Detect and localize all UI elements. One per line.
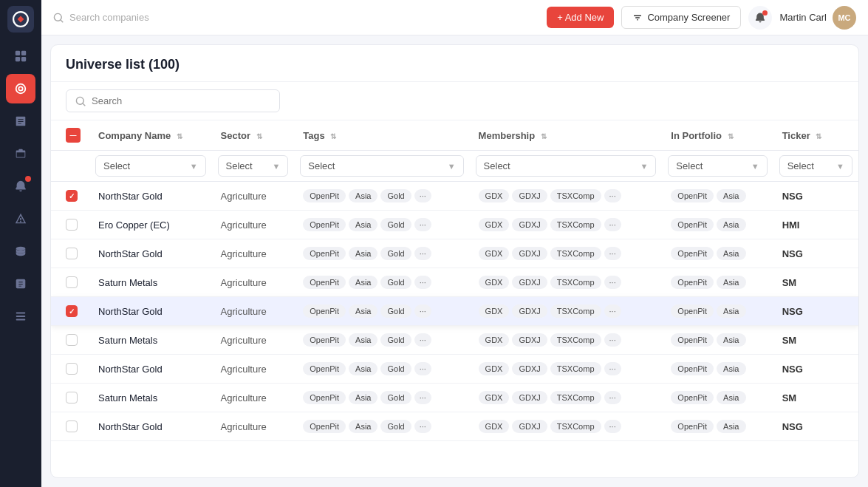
membership-more-button[interactable]: ··· — [604, 218, 621, 231]
company-name-sort-icon[interactable]: ⇅ — [177, 132, 182, 140]
tag-more-button[interactable]: ··· — [414, 247, 431, 260]
sidebar-item-reports[interactable] — [6, 269, 35, 299]
row-membership: GDXGDXJTSXComp··· — [470, 268, 663, 297]
portfolio-tag: OpenPit — [671, 276, 714, 289]
filter-membership-select[interactable]: Select ▼ — [476, 155, 657, 177]
table-row: Ero Copper (EC)AgricultureOpenPitAsiaGol… — [51, 211, 858, 239]
sidebar-item-portfolio[interactable] — [6, 139, 35, 168]
row-sector: Agriculture — [212, 412, 295, 441]
tag-more-button[interactable]: ··· — [414, 391, 431, 404]
membership-tag: TSXComp — [550, 304, 601, 318]
sidebar-item-universe[interactable] — [6, 74, 35, 103]
search-input[interactable] — [92, 95, 270, 106]
search-icon — [53, 13, 64, 23]
tag-more-button[interactable]: ··· — [414, 218, 431, 231]
membership-tag: GDXJ — [512, 276, 547, 289]
sector-sort-icon[interactable]: ⇅ — [256, 132, 262, 140]
tag-item: Gold — [380, 333, 411, 347]
tag-item: Gold — [380, 189, 411, 202]
portfolio-tag: OpenPit — [671, 218, 714, 231]
row-tags: OpenPitAsiaGold··· — [294, 211, 469, 239]
tag-more-button[interactable]: ··· — [414, 304, 431, 318]
row-checkbox[interactable] — [66, 248, 78, 259]
svg-rect-4 — [21, 57, 26, 61]
membership-more-button[interactable]: ··· — [604, 276, 621, 289]
row-membership: GDXGDXJTSXComp··· — [470, 297, 663, 326]
portfolio-sort-icon[interactable]: ⇅ — [728, 132, 734, 140]
membership-more-button[interactable]: ··· — [604, 391, 621, 404]
membership-more-button[interactable]: ··· — [604, 247, 621, 260]
filter-ticker-select[interactable]: Select ▼ — [779, 155, 852, 177]
tag-item: Asia — [349, 276, 377, 289]
row-portfolio: OpenPitAsia — [662, 268, 773, 297]
tags-sort-icon[interactable]: ⇅ — [330, 132, 336, 140]
membership-tag: GDXJ — [512, 333, 547, 347]
row-ticker: NSG — [773, 355, 858, 384]
membership-more-button[interactable]: ··· — [604, 189, 621, 202]
membership-more-button[interactable]: ··· — [604, 362, 621, 375]
membership-sort-icon[interactable]: ⇅ — [541, 132, 547, 140]
table-row: NorthStar GoldAgricultureOpenPitAsiaGold… — [51, 297, 858, 326]
company-screener-button[interactable]: Company Screener — [621, 6, 741, 29]
membership-tag: GDXJ — [512, 218, 547, 231]
row-sector: Agriculture — [212, 297, 295, 326]
row-checkbox-cell — [51, 239, 89, 268]
sidebar-item-settings[interactable] — [6, 302, 35, 331]
chevron-down-icon: ▼ — [836, 162, 844, 171]
filter-sector-select[interactable]: Select ▼ — [218, 155, 289, 177]
tag-more-button[interactable]: ··· — [414, 189, 431, 202]
filter-cell-checkbox — [51, 151, 89, 182]
tag-more-button[interactable]: ··· — [414, 333, 431, 347]
tag-item: Asia — [349, 391, 377, 404]
membership-more-button[interactable]: ··· — [604, 333, 621, 347]
filter-company-select[interactable]: Select ▼ — [95, 155, 206, 177]
filter-cell-tags: Select ▼ — [294, 151, 469, 182]
membership-tag: GDX — [479, 218, 510, 231]
app-logo[interactable] — [7, 6, 34, 33]
tag-more-button[interactable]: ··· — [414, 276, 431, 289]
row-checkbox[interactable] — [66, 334, 78, 346]
row-checkbox[interactable] — [66, 363, 78, 375]
row-tags: OpenPitAsiaGold··· — [294, 326, 469, 355]
row-sector: Agriculture — [212, 182, 295, 211]
membership-tag: TSXComp — [550, 362, 601, 375]
tag-item: Asia — [349, 218, 377, 231]
row-checkbox[interactable] — [66, 420, 78, 432]
sidebar-item-research[interactable] — [6, 106, 35, 136]
sidebar-item-dashboard[interactable] — [6, 41, 35, 71]
membership-more-button[interactable]: ··· — [604, 420, 621, 433]
membership-more-button[interactable]: ··· — [604, 304, 621, 318]
row-membership: GDXGDXJTSXComp··· — [470, 355, 663, 384]
sidebar-item-data[interactable] — [6, 236, 35, 266]
table-row: NorthStar GoldAgricultureOpenPitAsiaGold… — [51, 182, 858, 211]
row-checkbox[interactable] — [66, 305, 78, 317]
row-company-name: NorthStar Gold — [89, 355, 212, 384]
sidebar-item-warning[interactable] — [6, 204, 35, 234]
filter-tags-select[interactable]: Select ▼ — [300, 155, 463, 177]
membership-tag: GDX — [479, 304, 510, 318]
ticker-sort-icon[interactable]: ⇅ — [816, 132, 821, 140]
row-tags: OpenPitAsiaGold··· — [294, 355, 469, 384]
user-menu-button[interactable]: Martin Carl MC — [779, 6, 856, 30]
row-checkbox-cell — [51, 297, 89, 326]
membership-tag: GDX — [479, 276, 510, 289]
filter-portfolio-select[interactable]: Select ▼ — [668, 155, 767, 177]
sidebar-item-alerts[interactable] — [6, 171, 35, 201]
tag-more-button[interactable]: ··· — [414, 420, 431, 433]
row-checkbox[interactable] — [66, 219, 78, 231]
notification-bell-button[interactable] — [748, 6, 772, 30]
row-sector: Agriculture — [212, 239, 295, 268]
row-company-name: Saturn Metals — [89, 268, 212, 297]
tag-item: Gold — [380, 304, 411, 318]
page-title: Universe list (100) — [66, 57, 844, 72]
row-checkbox[interactable] — [66, 276, 78, 288]
row-portfolio: OpenPitAsia — [662, 211, 773, 239]
membership-tag: GDX — [479, 247, 510, 260]
row-checkbox-cell — [51, 268, 89, 297]
row-checkbox[interactable] — [66, 190, 78, 202]
content-header: Universe list (100) — [51, 45, 858, 82]
row-checkbox[interactable] — [66, 392, 78, 403]
select-all-checkbox[interactable] — [66, 128, 81, 143]
tag-more-button[interactable]: ··· — [414, 362, 431, 375]
add-new-button[interactable]: + Add New — [547, 7, 614, 28]
